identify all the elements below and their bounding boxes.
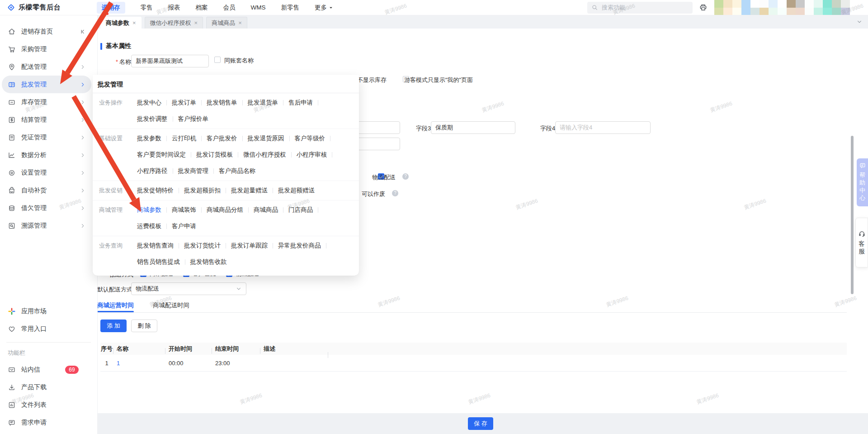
menu-item-批发价调整[interactable]: 批发价调整 <box>137 111 168 127</box>
menu-item-客户商品名称[interactable]: 客户商品名称 <box>219 163 255 179</box>
menu-item-商城参数[interactable]: 商城参数 <box>137 202 161 218</box>
menu-item-批发订单[interactable]: 批发订单 <box>172 95 196 111</box>
sidebar-item-产品下载[interactable]: 产品下载 <box>2 378 91 396</box>
search-input[interactable] <box>587 2 693 14</box>
sidebar-item-自动补货[interactable]: 自动补货 <box>2 181 91 199</box>
chevron-right-icon <box>80 134 86 141</box>
avatar-pixel <box>814 8 823 15</box>
menu-item-批发订单跟踪[interactable]: 批发订单跟踪 <box>231 238 268 254</box>
sidebar-item-需求申请[interactable]: 需求申请 <box>2 414 91 431</box>
customer-service-button[interactable]: 客服 <box>855 218 868 267</box>
menu-item-客户批发价[interactable]: 客户批发价 <box>207 130 237 147</box>
menu-item-批发销售查询[interactable]: 批发销售查询 <box>137 238 174 254</box>
nav-item-进销存[interactable]: 进销存 <box>97 2 125 14</box>
help-center-button[interactable]: 帮助中心 <box>857 158 868 206</box>
sidebar-item-label: 凭证管理 <box>21 134 47 142</box>
menu-item-批发超额折扣[interactable]: 批发超额折扣 <box>184 182 221 199</box>
menu-item-运费模板[interactable]: 运费模板 <box>137 218 161 234</box>
menu-item-商城商品[interactable]: 商城商品 <box>254 202 278 218</box>
menu-item-批发订货统计[interactable]: 批发订货统计 <box>184 238 221 254</box>
name-input[interactable]: 新界面果蔬版测试 <box>131 55 209 67</box>
sidebar-item-溯源管理[interactable]: 溯源管理 <box>2 217 91 234</box>
menu-item-批发超额赠送[interactable]: 批发超额赠送 <box>278 182 315 199</box>
nav-item-报表[interactable]: 报表 <box>168 4 180 12</box>
menu-item-批发销售单[interactable]: 批发销售单 <box>207 95 237 111</box>
sidebar-item-常用入口[interactable]: 常用入口 <box>2 320 91 338</box>
field4-input[interactable]: 请输入字段4 <box>555 121 651 134</box>
time-table: 序号名称开始时间结束时间描述1100:0023:00 <box>100 343 847 372</box>
sidebar-item-站内信[interactable]: 站内信69 <box>2 361 91 378</box>
sidebar-main-menu: 进销存首页采购管理配送管理批发管理库存管理结算管理凭证管理数据分析设置管理自动补… <box>0 15 97 234</box>
app-logo[interactable]: 乐檬零售后台 <box>0 3 90 12</box>
default-delivery-select[interactable]: 物流配送 <box>131 282 246 295</box>
nav-item-档案[interactable]: 档案 <box>196 4 208 12</box>
sidebar-item-批发管理[interactable]: 批发管理 <box>2 76 91 93</box>
collapse-sidebar-icon[interactable] <box>80 29 86 35</box>
menu-item-小程序路径[interactable]: 小程序路径 <box>137 163 168 179</box>
menu-item-商城商品分组[interactable]: 商城商品分组 <box>207 202 243 218</box>
menu-item-批发中心[interactable]: 批发中心 <box>137 95 161 111</box>
delete-button[interactable]: 删 除 <box>131 320 157 332</box>
menu-item-客户等级价[interactable]: 客户等级价 <box>295 130 326 147</box>
menu-item-批发退货单[interactable]: 批发退货单 <box>248 95 278 111</box>
nav-item-零售[interactable]: 零售 <box>141 4 153 12</box>
menu-item-销售员销售提成[interactable]: 销售员销售提成 <box>137 254 180 270</box>
sidebar-item-文件列表[interactable]: 文件列表 <box>2 396 91 414</box>
sidebar-item-配送管理[interactable]: 配送管理 <box>2 58 91 76</box>
sidebar-item-label: 自动补货 <box>21 186 47 195</box>
avatar-pixel <box>796 0 805 8</box>
field3-input[interactable]: 保质期 <box>431 121 515 134</box>
add-button[interactable]: 添 加 <box>100 320 127 332</box>
menu-item-批发商管理[interactable]: 批发商管理 <box>178 163 209 179</box>
menu-item-门店商品[interactable]: 门店商品 <box>288 202 313 218</box>
menu-item-批发参数[interactable]: 批发参数 <box>137 130 161 147</box>
wholesale-mega-menu: 批发管理 业务操作批发中心批发订单批发销售单批发退货单售后申请批发价调整客户报价… <box>93 75 359 276</box>
menu-item-批发促销特价[interactable]: 批发促销特价 <box>137 182 174 199</box>
menu-item-批发销售收款[interactable]: 批发销售收款 <box>190 254 227 270</box>
sidebar-item-凭证管理[interactable]: 凭证管理 <box>2 129 91 146</box>
menu-item-客户申请[interactable]: 客户申请 <box>172 218 196 234</box>
same-account-checkbox[interactable] <box>214 57 221 63</box>
menu-item-小程序审核[interactable]: 小程序审核 <box>297 147 327 163</box>
table-cell[interactable]: 1 <box>113 360 165 367</box>
file-list-icon <box>8 401 16 409</box>
sidebar-item-库存管理[interactable]: 库存管理 <box>2 93 91 111</box>
separator <box>332 152 332 157</box>
menu-item-商城装饰[interactable]: 商城装饰 <box>172 202 196 218</box>
menu-item-云打印机[interactable]: 云打印机 <box>172 130 196 147</box>
avatar[interactable] <box>714 0 850 15</box>
sidebar-item-数据分析[interactable]: 数据分析 <box>2 146 91 164</box>
logistics-help-icon[interactable] <box>402 173 409 180</box>
menu-item-批发超量赠送[interactable]: 批发超量赠送 <box>231 182 268 199</box>
scrollbar-thumb[interactable] <box>851 136 854 294</box>
menu-item-微信小程序授权[interactable]: 微信小程序授权 <box>243 147 286 163</box>
chevron-right-icon <box>80 99 86 105</box>
menu-item-异常批发价商品[interactable]: 异常批发价商品 <box>278 238 321 254</box>
search-field[interactable] <box>601 4 670 11</box>
voidable-help-icon[interactable] <box>392 190 398 196</box>
nav-item-WMS[interactable]: WMS <box>251 4 266 11</box>
menu-item-批发订货模板[interactable]: 批发订货模板 <box>196 147 233 163</box>
nav-item-更多[interactable]: 更多 <box>315 4 334 12</box>
sidebar-item-设置管理[interactable]: 设置管理 <box>2 164 91 181</box>
time-tab-商城配送时间[interactable]: 商城配送时间 <box>153 301 189 310</box>
sidebar-item-应用市场[interactable]: 应用市场 <box>2 302 91 320</box>
table-row[interactable]: 1100:0023:00 <box>100 355 847 372</box>
nav-item-新零售[interactable]: 新零售 <box>281 4 300 12</box>
nav-item-会员[interactable]: 会员 <box>223 4 236 12</box>
menu-item-售后申请[interactable]: 售后申请 <box>288 95 313 111</box>
table-cell: 23:00 <box>212 360 260 367</box>
menu-group-业务查询: 业务查询批发销售查询批发订货统计批发订单跟踪异常批发价商品销售员销售提成批发销售… <box>93 236 359 272</box>
printer-icon[interactable] <box>699 3 708 12</box>
menu-item-批发退货原因[interactable]: 批发退货原因 <box>248 130 284 147</box>
voucher-doc-icon <box>8 134 16 142</box>
time-tab-商城运营时间[interactable]: 商城运营时间 <box>97 301 134 310</box>
sidebar-item-进销存首页[interactable]: 进销存首页 <box>2 23 91 40</box>
sidebar-item-采购管理[interactable]: 采购管理 <box>2 40 91 58</box>
menu-item-客户报价单[interactable]: 客户报价单 <box>178 111 209 127</box>
menu-item-客户要货时间设定[interactable]: 客户要货时间设定 <box>137 147 186 163</box>
sidebar-item-借欠管理[interactable]: 借欠管理 <box>2 199 91 217</box>
save-button[interactable]: 保 存 <box>468 417 493 430</box>
logo-diamond-icon <box>7 3 15 12</box>
sidebar-item-结算管理[interactable]: 结算管理 <box>2 111 91 129</box>
